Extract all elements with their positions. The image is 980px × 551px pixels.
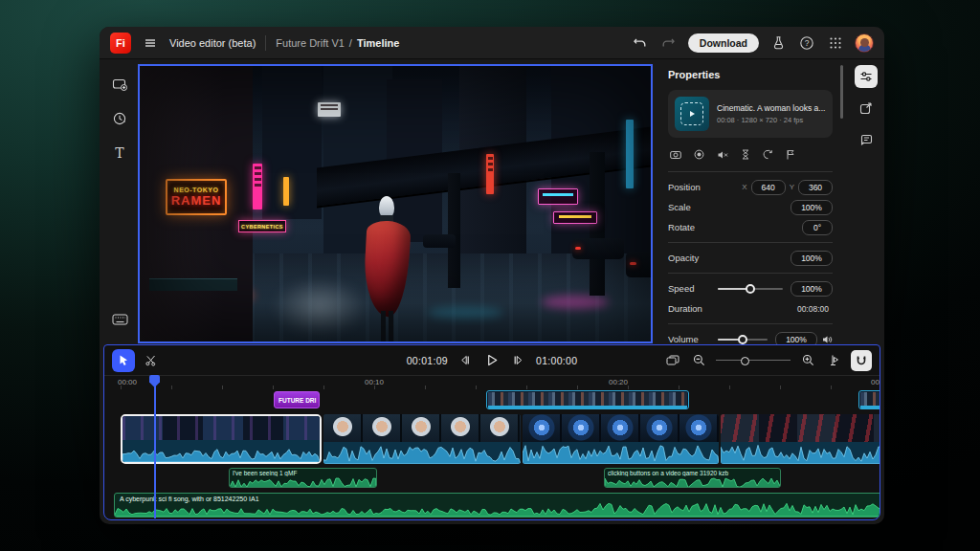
hourglass-icon[interactable] bbox=[741, 146, 750, 164]
flag-icon[interactable] bbox=[786, 146, 795, 164]
overlay-video-clip-small[interactable] bbox=[858, 390, 880, 409]
divider bbox=[668, 171, 833, 172]
apps-grid-icon[interactable] bbox=[826, 33, 845, 53]
timeline-ruler[interactable]: 00:00 00:10 00:20 00:30 bbox=[104, 375, 880, 389]
avatar[interactable] bbox=[855, 33, 874, 53]
overlay-clip-bar bbox=[860, 406, 880, 408]
video-preview-canvas[interactable]: NEO-TOKYO RAMEN CYBERNETICS bbox=[138, 64, 653, 343]
rotate-row: Rotate 0° bbox=[668, 217, 833, 237]
volume-input[interactable]: 100% bbox=[775, 332, 817, 345]
properties-scrollbar[interactable] bbox=[840, 65, 843, 119]
selected-clip-card[interactable]: Cinematic. A woman looks a... v.ffgenvid… bbox=[668, 90, 833, 138]
history-icon[interactable] bbox=[108, 107, 131, 130]
duration-value: 00:08:00 bbox=[797, 304, 829, 314]
hamburger-icon[interactable] bbox=[141, 33, 160, 53]
download-button[interactable]: Download bbox=[688, 33, 759, 53]
mute-icon[interactable] bbox=[717, 146, 728, 164]
video-clip-robot[interactable] bbox=[523, 414, 719, 464]
position-y-input[interactable]: 360 bbox=[798, 180, 833, 195]
speaker-icon[interactable] bbox=[822, 331, 833, 345]
pip-icon[interactable] bbox=[664, 349, 681, 372]
overlay-video-clip[interactable] bbox=[486, 390, 689, 409]
rotate-input[interactable]: 0° bbox=[802, 220, 833, 235]
generate-video-icon bbox=[680, 102, 703, 125]
previous-frame-icon[interactable] bbox=[457, 349, 474, 372]
clip-title: Cinematic. A woman looks a... v.ffgenvid bbox=[717, 103, 826, 113]
text-tool-icon[interactable]: T bbox=[108, 142, 131, 165]
neon-sign-ramen: NEO-TOKYO RAMEN bbox=[166, 179, 227, 215]
next-frame-icon[interactable] bbox=[510, 349, 527, 372]
properties-panel: Properties Cinematic. A woman looks a...… bbox=[655, 59, 844, 344]
breadcrumb-project[interactable]: Future Drift V1 bbox=[276, 37, 345, 49]
neon-sign-cybernetics: CYBERNETICS bbox=[238, 220, 286, 232]
audio-clip-1[interactable]: I've been seeing 1 gMF bbox=[229, 468, 377, 488]
overlay-clip-bar bbox=[488, 406, 687, 408]
refresh-icon[interactable] bbox=[763, 146, 773, 164]
audio-waveform bbox=[605, 475, 780, 487]
clip-info: Cinematic. A woman looks a... v.ffgenvid… bbox=[717, 103, 826, 124]
select-tool-icon[interactable] bbox=[112, 349, 135, 372]
clip-audio-waveform bbox=[523, 442, 719, 464]
settings-sliders-icon[interactable] bbox=[855, 65, 878, 88]
music-clip-label: A cyberpunk sci fi song, with or 8512422… bbox=[120, 496, 259, 502]
position-x-input[interactable]: 640 bbox=[751, 180, 786, 195]
speed-slider[interactable] bbox=[718, 284, 783, 294]
neon-sign-vertical-pink bbox=[253, 164, 262, 209]
neon-sign-pink-2 bbox=[553, 211, 597, 224]
firefly-logo[interactable]: Fi bbox=[110, 33, 131, 54]
scene-awning bbox=[149, 278, 237, 291]
ruler-label: 00:00 bbox=[118, 378, 137, 386]
feedback-icon[interactable] bbox=[855, 128, 878, 151]
position-row: Position X 640 Y 360 bbox=[668, 177, 833, 197]
clip-thumbnails bbox=[323, 414, 521, 442]
opacity-row: Opacity 100% bbox=[668, 248, 833, 268]
neon-sign-pink-1 bbox=[538, 188, 578, 205]
y-axis-label: Y bbox=[790, 183, 794, 191]
camera-icon[interactable] bbox=[670, 146, 681, 164]
x-axis-label: X bbox=[742, 183, 746, 191]
video-clip-city[interactable] bbox=[121, 414, 322, 464]
music-clip[interactable]: A cyberpunk sci fi song, with or 8512422… bbox=[114, 493, 880, 518]
music-waveform bbox=[115, 500, 880, 517]
undo-icon[interactable] bbox=[631, 33, 650, 53]
text-clip[interactable]: FUTURE DRI bbox=[274, 391, 320, 408]
scene-reflection bbox=[427, 307, 503, 319]
heroine-leg bbox=[381, 311, 386, 343]
scissors-icon[interactable] bbox=[139, 349, 162, 372]
speed-input[interactable]: 100% bbox=[791, 281, 833, 297]
add-media-icon[interactable] bbox=[108, 73, 131, 96]
help-icon[interactable]: ? bbox=[797, 33, 816, 53]
video-clip-cape[interactable] bbox=[721, 414, 880, 464]
video-clip-woman[interactable] bbox=[323, 414, 521, 464]
playhead-skip-icon[interactable] bbox=[825, 349, 842, 372]
share-icon[interactable] bbox=[855, 97, 878, 120]
zoom-in-icon[interactable] bbox=[799, 349, 816, 372]
flask-icon[interactable] bbox=[768, 33, 788, 53]
audio-clip-2[interactable]: clicking buttons on a video game 31920 k… bbox=[604, 468, 781, 488]
scene-heroine bbox=[358, 196, 417, 343]
keyboard-icon[interactable] bbox=[108, 308, 131, 331]
clip-audio-waveform bbox=[122, 440, 320, 462]
record-icon[interactable] bbox=[694, 146, 704, 164]
scale-input[interactable]: 100% bbox=[791, 200, 833, 215]
volume-label: Volume bbox=[668, 334, 718, 344]
clip-thumbnail bbox=[675, 97, 709, 131]
playhead-line[interactable] bbox=[154, 375, 156, 518]
redo-icon[interactable] bbox=[659, 33, 679, 53]
left-toolbar: T bbox=[100, 59, 140, 344]
magnet-icon[interactable] bbox=[851, 350, 872, 371]
opacity-input[interactable]: 100% bbox=[791, 251, 833, 266]
zoom-out-icon[interactable] bbox=[690, 349, 707, 372]
scene-steam bbox=[272, 278, 368, 336]
audio-waveform bbox=[230, 475, 376, 487]
svg-text:?: ? bbox=[805, 38, 810, 48]
overlay-clip-thumbnails bbox=[488, 392, 687, 406]
timeline-zoom-slider[interactable] bbox=[716, 356, 791, 365]
neon-sign-vertical-red bbox=[486, 154, 494, 194]
play-icon[interactable] bbox=[482, 349, 501, 372]
current-time: 00:01:09 bbox=[407, 355, 448, 366]
volume-slider[interactable] bbox=[718, 335, 768, 344]
neon-sign-vertical-yellow bbox=[283, 177, 289, 206]
ruler-label: 00:20 bbox=[609, 378, 628, 386]
ruler-label: 00:30 bbox=[871, 378, 880, 386]
